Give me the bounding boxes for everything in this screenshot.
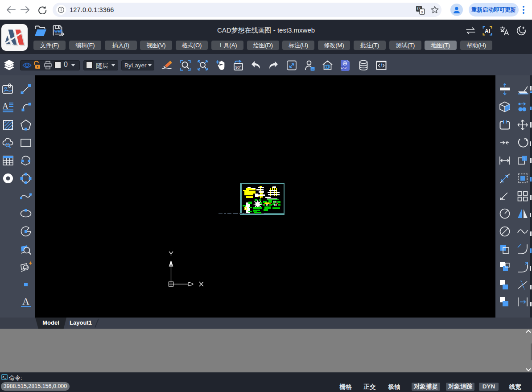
svg-text:x: x	[421, 9, 423, 14]
svg-text:CAD: CAD	[341, 66, 347, 69]
svg-text:A: A	[22, 296, 29, 307]
svg-text:AI: AI	[485, 28, 490, 34]
svg-text:90°: 90°	[235, 65, 242, 70]
